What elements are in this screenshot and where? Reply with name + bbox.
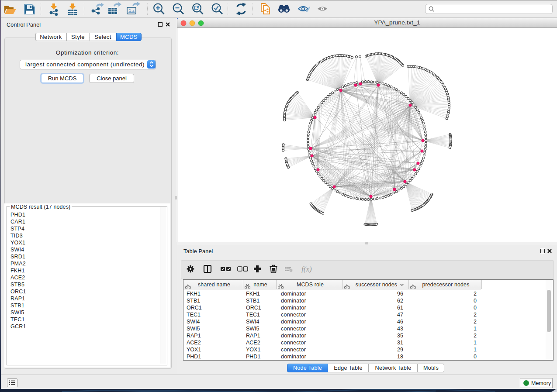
svg-text:f(x): f(x): [301, 265, 312, 273]
